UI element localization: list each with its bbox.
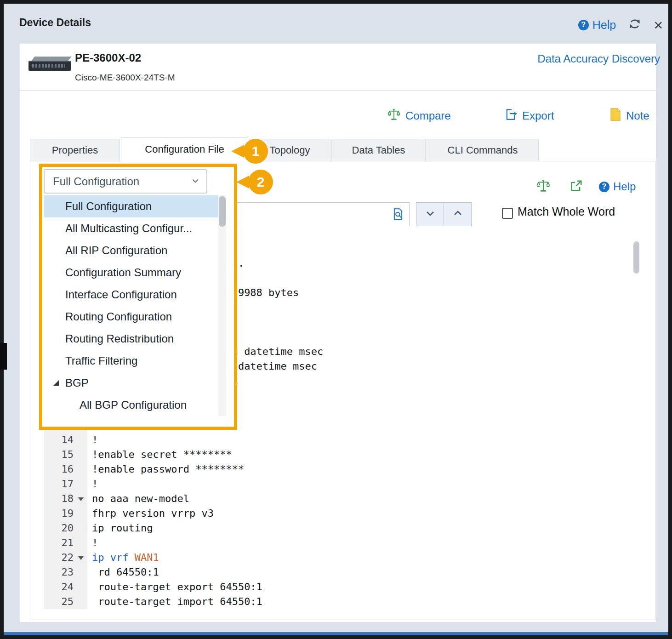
dropdown-item-traffic-filtering[interactable]: Traffic Filtering — [44, 350, 218, 372]
match-whole-word-label: Match Whole Word — [518, 205, 615, 218]
selected-config-type: Full Configuration — [53, 175, 139, 188]
code-line: 14! — [44, 433, 644, 447]
note-label: Note — [626, 109, 649, 122]
callout-number: 1 — [243, 139, 268, 164]
tabs: PropertiesConfiguration FileTopologyData… — [30, 137, 540, 161]
chevron-up-icon — [452, 208, 463, 221]
callout-tail-icon — [231, 145, 244, 158]
fold-toggle-icon[interactable] — [78, 497, 84, 501]
search-in-document-icon[interactable] — [391, 207, 405, 223]
line-number: 22 — [62, 550, 74, 565]
code-line: 16!enable password ******** — [44, 462, 644, 477]
fold-toggle-icon[interactable] — [78, 556, 84, 560]
titlebar-controls: ? Help × — [578, 17, 663, 32]
line-number: 23 — [62, 565, 74, 580]
dropdown-scrollbar[interactable] — [218, 195, 226, 416]
code-line: 20ip routing — [44, 521, 644, 536]
code-line: 24 route-target export 64550:1 — [44, 580, 644, 594]
bottom-accent-bar — [4, 632, 668, 635]
collapse-triangle-icon[interactable] — [53, 380, 59, 386]
dropdown-item-bgp[interactable]: BGP — [44, 372, 218, 394]
code-line: 21! — [44, 536, 644, 550]
dropdown-item-routing-configuration[interactable]: Routing Configuration — [44, 306, 218, 328]
chevron-down-icon — [425, 208, 436, 221]
export-icon — [504, 108, 518, 124]
tab-cli-commands[interactable]: CLI Commands — [427, 139, 539, 161]
line-number: 24 — [62, 580, 74, 594]
device-image — [28, 55, 71, 74]
help-label: Help — [592, 18, 616, 32]
line-number: 17 — [62, 477, 74, 491]
panel-help-label: Help — [613, 180, 636, 193]
line-number: 18 — [62, 491, 74, 506]
compare-scales-icon — [387, 108, 401, 124]
match-whole-word-checkbox[interactable] — [502, 208, 513, 219]
compare-label: Compare — [405, 109, 451, 122]
refresh-icon[interactable] — [628, 17, 642, 32]
tab-properties[interactable]: Properties — [30, 139, 120, 161]
data-accuracy-discovery-link[interactable]: Data Accuracy Discovery — [537, 52, 660, 65]
header-divider — [19, 90, 656, 91]
line-number: 16 — [62, 462, 74, 477]
code-line: 18no aaa new-model — [44, 491, 644, 506]
code-line: 25 route-target import 64550:1 — [44, 594, 644, 609]
code-line: 17! — [44, 477, 644, 491]
callout-step-2: 2 — [248, 170, 273, 194]
callout-step-1: 1 — [243, 139, 268, 164]
device-name: PE-3600X-02 — [75, 51, 141, 64]
export-button[interactable]: Export — [504, 108, 554, 124]
background-window-artifact — [0, 343, 7, 370]
code-line: 23 rd 64550:1 — [44, 565, 644, 580]
panel-help-icon: ? — [599, 182, 609, 192]
config-type-listbox: Full ConfigurationAll Multicasting Confi… — [44, 195, 218, 416]
page-title: Device Details — [19, 17, 91, 29]
open-in-new-icon[interactable] — [569, 179, 583, 195]
line-number: 14 — [62, 433, 74, 447]
dropdown-item-full-configuration[interactable]: Full Configuration — [44, 195, 218, 217]
select-chevron-down-icon — [191, 175, 200, 188]
dropdown-item-all-bgp-configuration[interactable]: All BGP Configuration — [44, 394, 218, 416]
code-line: 22ip vrf WAN1 — [44, 550, 644, 565]
note-button[interactable]: Note — [609, 108, 649, 124]
compare-config-icon[interactable] — [536, 178, 551, 195]
dropdown-item-configuration-summary[interactable]: Configuration Summary — [44, 262, 218, 284]
config-scope-select[interactable]: Full Configuration — [44, 169, 207, 194]
tab-data-tables[interactable]: Data Tables — [331, 139, 426, 161]
line-number: 25 — [62, 594, 74, 609]
callout-number: 2 — [248, 170, 273, 194]
tab-configuration-file[interactable]: Configuration File — [121, 137, 248, 161]
note-icon — [609, 108, 621, 124]
dropdown-item-routing-redistribution[interactable]: Routing Redistribution — [44, 328, 218, 350]
code-line: 15!enable secret ******** — [44, 447, 644, 462]
export-label: Export — [522, 109, 554, 122]
help-icon: ? — [578, 20, 589, 30]
find-next-button[interactable] — [416, 202, 444, 226]
help-link[interactable]: ? Help — [578, 18, 616, 32]
config-scrollbar[interactable] — [633, 240, 639, 610]
dropdown-scrollbar-thumb[interactable] — [219, 196, 226, 227]
compare-button[interactable]: Compare — [387, 108, 451, 124]
code-line: 19fhrp version vrrp v3 — [44, 506, 644, 521]
panel-help-link[interactable]: ? Help — [599, 180, 636, 193]
dropdown-item-all-rip-configuration[interactable]: All RIP Configuration — [44, 240, 218, 262]
device-model: Cisco-ME-3600X-24TS-M — [75, 73, 175, 83]
callout-tail-icon — [236, 176, 249, 188]
line-number: 21 — [62, 536, 74, 550]
config-scrollbar-thumb[interactable] — [633, 241, 639, 274]
line-number: 15 — [62, 447, 74, 462]
line-number: 19 — [62, 506, 74, 521]
close-icon[interactable]: × — [654, 18, 663, 32]
dropdown-item-interface-configuration[interactable]: Interface Configuration — [44, 284, 218, 306]
find-previous-button[interactable] — [444, 202, 472, 226]
line-number: 20 — [62, 521, 74, 536]
config-type-dropdown: Full Configuration Full ConfigurationAll… — [39, 164, 237, 430]
dropdown-item-all-multicasting-configur-[interactable]: All Multicasting Configur... — [44, 217, 218, 240]
